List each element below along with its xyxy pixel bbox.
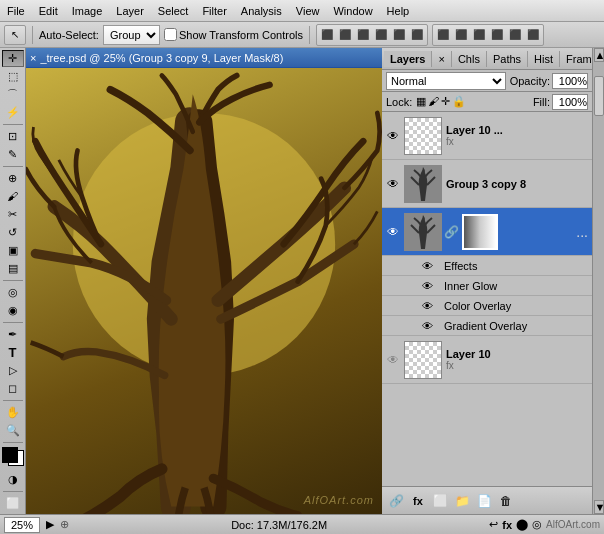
menu-select[interactable]: Select	[151, 3, 196, 19]
history-icon: ↩	[489, 518, 498, 531]
crop-tool[interactable]: ⊡	[2, 128, 24, 145]
menu-image[interactable]: Image	[65, 3, 110, 19]
brush-tool[interactable]: 🖌	[2, 188, 24, 205]
new-layer-btn[interactable]: 📄	[474, 491, 494, 511]
layer-visibility-layer10-top[interactable]: 👁	[384, 127, 402, 145]
menu-view[interactable]: View	[289, 3, 327, 19]
color-overlay-visibility[interactable]: 👁	[422, 300, 440, 312]
lock-move-icon[interactable]: ✛	[441, 95, 450, 108]
path-select-tool[interactable]: ▷	[2, 362, 24, 379]
move-tool-btn[interactable]: ↖	[4, 25, 26, 45]
layer-visibility-layer10-bottom[interactable]: 👁	[384, 351, 402, 369]
dist-left-btn[interactable]: ⬛	[488, 26, 506, 44]
zoom-input[interactable]	[4, 517, 40, 533]
effect-gradient-overlay[interactable]: 👁 Gradient Overlay	[382, 316, 592, 336]
align-left-btn[interactable]: ⬛	[372, 26, 390, 44]
tab-layers[interactable]: Layers	[384, 51, 432, 67]
clone-tool[interactable]: ✂	[2, 206, 24, 223]
foreground-color[interactable]	[2, 447, 18, 463]
lock-transparent-icon[interactable]: ▦	[416, 95, 426, 108]
transform-checkbox-input[interactable]	[164, 28, 177, 41]
blend-mode-select[interactable]: Normal Multiply Screen	[386, 72, 506, 90]
menu-analysis[interactable]: Analysis	[234, 3, 289, 19]
align-hcenter-btn[interactable]: ⬛	[390, 26, 408, 44]
align-vcenter-btn[interactable]: ⬛	[336, 26, 354, 44]
opacity-group: Opacity:	[510, 73, 588, 89]
menu-help[interactable]: Help	[380, 3, 417, 19]
delete-layer-btn[interactable]: 🗑	[496, 491, 516, 511]
align-right-btn[interactable]: ⬛	[408, 26, 426, 44]
add-style-btn[interactable]: fx	[408, 491, 428, 511]
lock-brush-icon[interactable]: 🖌	[428, 95, 439, 108]
tab-paths[interactable]: Paths	[487, 51, 528, 67]
magic-wand-tool[interactable]: ⚡	[2, 104, 24, 121]
dist-right-btn[interactable]: ⬛	[524, 26, 542, 44]
menu-window[interactable]: Window	[326, 3, 379, 19]
auto-select-dropdown[interactable]: Group Layer	[103, 25, 160, 45]
layer-thumb-group3copy8	[404, 165, 442, 203]
effects-visibility[interactable]: 👁	[422, 260, 440, 272]
menu-filter[interactable]: Filter	[195, 3, 233, 19]
zoom-arrow-btn[interactable]: ▶	[44, 518, 56, 531]
scroll-down-btn[interactable]: ▼	[594, 500, 604, 514]
hand-tool[interactable]: ✋	[2, 404, 24, 421]
align-bottom-btn[interactable]: ⬛	[354, 26, 372, 44]
add-mask-btn[interactable]: ⬜	[430, 491, 450, 511]
effect-inner-glow[interactable]: 👁 Inner Glow	[382, 276, 592, 296]
panel-tabs: Layers × Chls Paths Hist Fram Info ≡	[382, 48, 592, 70]
move-tool[interactable]: ✛	[2, 50, 24, 67]
text-tool[interactable]: T	[2, 344, 24, 361]
layer-visibility-group3copy8[interactable]: 👁	[384, 175, 402, 193]
blur-tool[interactable]: ◎	[2, 284, 24, 301]
dist-bottom-btn[interactable]: ⬛	[470, 26, 488, 44]
dist-vcenter-btn[interactable]: ⬛	[452, 26, 470, 44]
inner-glow-visibility[interactable]: 👁	[422, 280, 440, 292]
opacity-input[interactable]	[552, 73, 588, 89]
menu-edit[interactable]: Edit	[32, 3, 65, 19]
align-top-btn[interactable]: ⬛	[318, 26, 336, 44]
tab-channels[interactable]: ×	[432, 51, 451, 67]
scroll-thumb[interactable]	[594, 76, 604, 116]
screen-mode-btn[interactable]: ⬜	[2, 495, 24, 512]
shape-tool[interactable]: ◻	[2, 380, 24, 397]
tab-hist[interactable]: Hist	[528, 51, 560, 67]
gradient-overlay-label: Gradient Overlay	[444, 320, 527, 332]
lock-all-icon[interactable]: 🔒	[452, 95, 466, 108]
layer-item-layer10-top[interactable]: 👁 Layer 10 ... fx	[382, 112, 592, 160]
dist-top-btn[interactable]: ⬛	[434, 26, 452, 44]
menu-layer[interactable]: Layer	[109, 3, 151, 19]
effect-color-overlay[interactable]: 👁 Color Overlay	[382, 296, 592, 316]
scroll-up-btn[interactable]: ▲	[594, 48, 604, 62]
zoom-tool[interactable]: 🔍	[2, 422, 24, 439]
heal-tool[interactable]: ⊕	[2, 170, 24, 187]
dist-hcenter-btn[interactable]: ⬛	[506, 26, 524, 44]
link-layers-btn[interactable]: 🔗	[386, 491, 406, 511]
menu-file[interactable]: File	[0, 3, 32, 19]
canvas-close-btn[interactable]: ×	[30, 52, 36, 64]
menu-bar: File Edit Image Layer Select Filter Anal…	[0, 0, 604, 22]
status-right-area: ↩ fx ⬤ ◎ AlfOArt.com	[489, 518, 600, 531]
quick-mask-btn[interactable]: ◑	[2, 471, 24, 488]
lasso-tool[interactable]: ⌒	[2, 86, 24, 103]
marquee-tool[interactable]: ⬚	[2, 68, 24, 85]
dodge-tool[interactable]: ◉	[2, 302, 24, 319]
tab-chls[interactable]: Chls	[452, 51, 487, 67]
layer-visibility-group3copy9[interactable]: 👁	[384, 223, 402, 241]
layer-item-group3copy9[interactable]: 👁 🔗	[382, 208, 592, 256]
layer-more-btn[interactable]: ...	[574, 224, 590, 240]
eyedropper-tool[interactable]: ✎	[2, 146, 24, 163]
show-transform-checkbox[interactable]: Show Transform Controls	[164, 28, 303, 41]
effects-label: Effects	[444, 260, 477, 272]
eraser-tool[interactable]: ▣	[2, 242, 24, 259]
history-brush[interactable]: ↺	[2, 224, 24, 241]
gradient-tool[interactable]: ▤	[2, 260, 24, 277]
canvas-content[interactable]: AlfOArt.com	[26, 68, 382, 514]
fill-input[interactable]	[552, 94, 588, 110]
new-group-btn[interactable]: 📁	[452, 491, 472, 511]
pen-tool[interactable]: ✒	[2, 326, 24, 343]
color-swatch[interactable]	[2, 447, 24, 466]
gradient-overlay-visibility[interactable]: 👁	[422, 320, 440, 332]
layer-item-layer10-bottom[interactable]: 👁 Layer 10 fx	[382, 336, 592, 384]
layer-item-group3copy8[interactable]: 👁 Group 3 copy 8	[382, 160, 592, 208]
right-scrollbar[interactable]: ▲ ▼	[592, 48, 604, 514]
